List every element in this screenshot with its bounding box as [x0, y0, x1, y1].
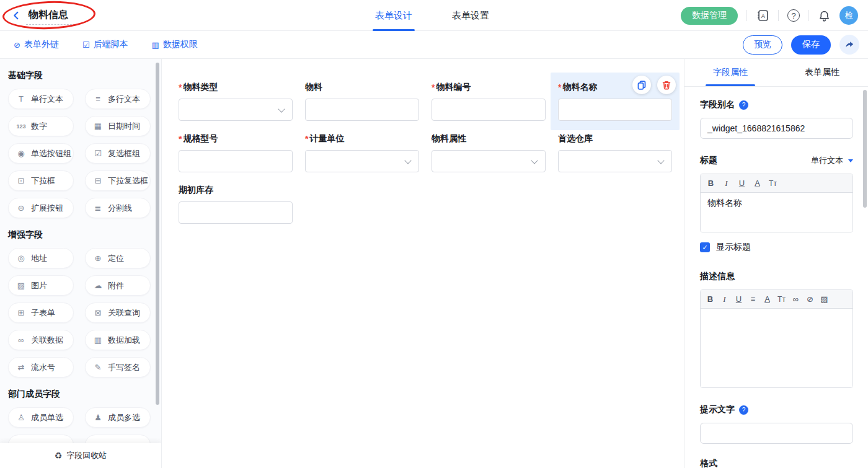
language-book-icon[interactable]: A — [756, 9, 769, 22]
backend-script-link[interactable]: ☑ 后端脚本 — [82, 39, 128, 50]
material-attribute-select[interactable] — [432, 150, 546, 172]
palette-item-datetime[interactable]: ▦日期时间 — [85, 116, 151, 136]
font-color-icon[interactable]: A — [760, 294, 774, 304]
show-title-toggle[interactable]: ✓ 显示标题 — [700, 242, 853, 253]
opening-stock-input[interactable] — [179, 201, 293, 224]
align-icon[interactable]: ≡ — [746, 294, 760, 304]
header-right: 数据管理 A ? 检 — [681, 0, 858, 31]
delete-field-button[interactable] — [657, 76, 676, 94]
tab-field-properties[interactable]: 字段属性 — [684, 59, 776, 86]
field-unit[interactable]: *计量单位 — [305, 133, 419, 172]
material-type-select[interactable] — [179, 99, 293, 121]
help-icon[interactable]: ? — [787, 9, 800, 22]
hint-input[interactable] — [700, 423, 853, 444]
palette-item-single-line-text[interactable]: T单行文本 — [8, 89, 74, 109]
link-icon[interactable]: ∞ — [789, 294, 803, 304]
field-opening-stock[interactable]: 期初库存 — [179, 184, 293, 224]
field-palette-sidebar: 基础字段 T单行文本 ≡多行文本 123数字 ▦日期时间 ◉单选按钮组 ☑复选框… — [0, 59, 161, 468]
toolbar-actions: 预览 保存 — [743, 35, 859, 55]
field-recycle-bin[interactable]: ♻ 字段回收站 — [0, 443, 161, 468]
palette-item-radio-group[interactable]: ◉单选按钮组 — [8, 143, 74, 164]
description-value-editor[interactable] — [701, 309, 852, 387]
script-icon: ☑ — [82, 40, 90, 50]
field-material-code[interactable]: *物料编号 — [432, 81, 546, 121]
preferred-warehouse-select[interactable] — [558, 150, 672, 172]
palette-item-data-load[interactable]: ▥数据加载 — [85, 330, 151, 350]
underline-icon[interactable]: U — [734, 179, 750, 188]
palette-item-subform[interactable]: ⊞子表单 — [8, 302, 74, 323]
palette-item-address[interactable]: ◎地址 — [8, 248, 74, 268]
italic-icon[interactable]: I — [719, 179, 734, 188]
palette-item-location[interactable]: ⊕定位 — [85, 248, 151, 268]
palette-item-number[interactable]: 123数字 — [8, 116, 74, 136]
bold-icon[interactable]: B — [703, 294, 717, 304]
avatar[interactable]: 检 — [839, 6, 858, 25]
back-icon[interactable] — [11, 10, 22, 21]
field-material-name-selected[interactable]: *物料名称 — [551, 73, 680, 130]
palette-item-multi-select[interactable]: ⊟下拉复选框 — [85, 170, 151, 191]
title-dashed-underline — [26, 24, 78, 25]
tab-form-properties[interactable]: 表单属性 — [776, 59, 868, 86]
unlink-icon[interactable]: ⊘ — [803, 294, 817, 304]
chevron-down-icon — [657, 157, 664, 164]
material-input[interactable] — [305, 99, 419, 121]
palette-item-linked-query[interactable]: ⊠关联查询 — [85, 302, 151, 323]
palette-grid-enhanced: ◎地址 ⊕定位 ▨图片 ☁附件 ⊞子表单 ⊠关联查询 ∞关联数据 ▥数据加载 ⇄… — [0, 248, 161, 377]
radio-icon: ◉ — [16, 149, 27, 158]
preview-button[interactable]: 预览 — [743, 35, 782, 55]
field-material[interactable]: 物料 — [305, 81, 419, 121]
palette-item-action-button[interactable]: ⊖扩展按钮 — [8, 198, 74, 218]
share-button[interactable] — [839, 35, 859, 55]
unit-select[interactable] — [305, 150, 419, 172]
palette-item-serial-number[interactable]: ⇄流水号 — [8, 357, 74, 377]
data-permission-link[interactable]: ▥ 数据权限 — [152, 39, 198, 50]
italic-icon[interactable]: I — [717, 294, 732, 304]
spec-model-input[interactable] — [179, 150, 293, 172]
bold-icon[interactable]: B — [703, 179, 719, 188]
hint-help-icon[interactable]: ? — [739, 405, 748, 415]
link-data-icon: ∞ — [16, 335, 27, 345]
palette-item-member-multi[interactable]: ♟成员多选 — [85, 407, 151, 428]
palette-item-attachment[interactable]: ☁附件 — [85, 275, 151, 296]
title-type-dropdown[interactable]: 单行文本 — [811, 155, 853, 166]
tab-form-design[interactable]: 表单设计 — [375, 0, 412, 31]
title-value-editor[interactable]: 物料名称 — [701, 193, 852, 232]
insert-image-icon[interactable]: ▨ — [817, 294, 831, 304]
alias-help-icon[interactable]: ? — [739, 100, 748, 110]
palette-item-member-single[interactable]: ♙成员单选 — [8, 407, 74, 428]
text-icon: T — [16, 94, 27, 104]
palette-item-select[interactable]: ⊡下拉框 — [8, 170, 74, 191]
data-manage-button[interactable]: 数据管理 — [681, 7, 738, 25]
underline-icon[interactable]: U — [732, 294, 746, 304]
material-code-input[interactable] — [432, 99, 546, 121]
palette-item-signature[interactable]: ✎手写签名 — [85, 357, 151, 377]
hint-label: 提示文字 — [700, 404, 735, 415]
field-material-type[interactable]: *物料类型 — [179, 81, 293, 121]
font-size-icon[interactable]: Tт — [774, 295, 789, 304]
field-spec-model[interactable]: *规格型号 — [179, 133, 293, 172]
palette-item-image[interactable]: ▨图片 — [8, 275, 74, 296]
sidebar-scrollbar[interactable] — [156, 63, 159, 405]
required-marker: * — [179, 82, 182, 92]
palette-item-linked-data[interactable]: ∞关联数据 — [8, 330, 74, 350]
copy-field-button[interactable] — [632, 76, 651, 94]
font-color-icon[interactable]: A — [750, 179, 765, 188]
palette-item-multi-line-text[interactable]: ≡多行文本 — [85, 89, 151, 109]
palette-item-checkbox-group[interactable]: ☑复选框组 — [85, 143, 151, 164]
header-tabs: 表单设计 表单设置 — [375, 0, 489, 31]
bell-icon[interactable] — [818, 9, 831, 22]
panel-scrollbar[interactable] — [863, 90, 867, 208]
form-external-link[interactable]: ⊘ 表单外链 — [14, 39, 59, 50]
font-size-icon[interactable]: Tт — [765, 179, 781, 188]
field-preferred-warehouse[interactable]: 首选仓库 — [558, 133, 672, 172]
alias-input[interactable]: _widget_1668821615862 — [700, 118, 853, 139]
save-button[interactable]: 保存 — [791, 35, 831, 55]
palette-item-divider[interactable]: ≣分割线 — [85, 198, 151, 218]
divider-icon: ≣ — [92, 203, 104, 213]
material-name-input[interactable] — [558, 99, 672, 121]
header: 物料信息 表单设计 表单设置 数据管理 A ? — [0, 0, 868, 31]
checkbox-icon: ☑ — [92, 149, 104, 158]
tab-form-settings[interactable]: 表单设置 — [452, 0, 489, 31]
section-title-members: 部门成员字段 — [8, 389, 161, 400]
field-material-attribute[interactable]: 物料属性 — [432, 133, 546, 172]
